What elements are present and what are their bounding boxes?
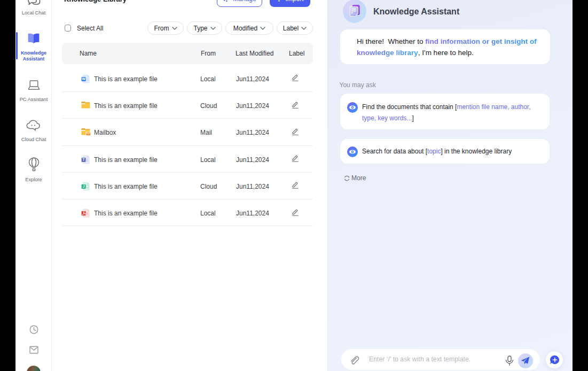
svg-text:W: W bbox=[82, 77, 86, 81]
svg-text:J: J bbox=[83, 184, 85, 188]
